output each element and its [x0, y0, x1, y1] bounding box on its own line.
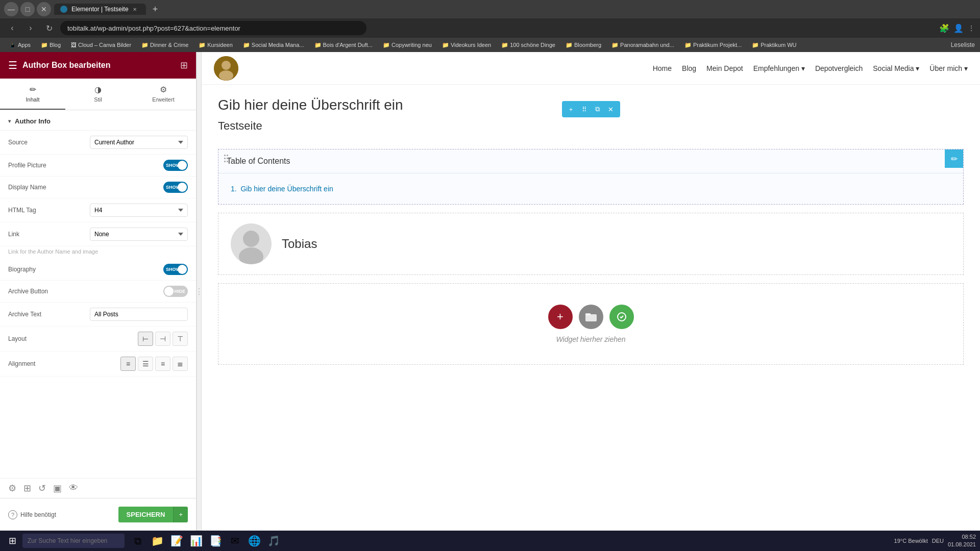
bookmark-socialmedia[interactable]: 📁 Social Media Mana... [239, 41, 308, 49]
bookmark-apps[interactable]: 📱 Apps [5, 41, 35, 49]
bookmark-videokurs[interactable]: 📁 Videokurs Ideen [438, 41, 495, 49]
add-widget-button[interactable]: + [548, 305, 573, 329]
svg-rect-5 [224, 158, 226, 159]
source-select[interactable]: Current Author [90, 136, 188, 149]
address-input[interactable] [60, 21, 366, 35]
layout-btn-left[interactable]: ⊢ [138, 332, 153, 346]
archive-text-input[interactable] [90, 308, 188, 321]
bookmark-100dinge[interactable]: 📁 100 schöne Dinge [497, 41, 559, 49]
minimize-button[interactable]: — [4, 2, 18, 16]
toc-delete-btn[interactable]: ✕ [605, 103, 617, 115]
link-label: Link [8, 231, 90, 238]
taskbar-spotify[interactable]: 🎵 [264, 532, 283, 550]
bookmark-blog[interactable]: 📁 Blog [37, 41, 65, 49]
save-extra-button[interactable]: + [173, 507, 188, 522]
save-button[interactable]: SPEICHERN [118, 507, 174, 522]
archive-text-row: Archive Text [0, 303, 196, 327]
back-button[interactable]: ‹ [5, 21, 19, 35]
grid-icon[interactable]: ⊞ [180, 60, 188, 71]
bookmark-dinner[interactable]: 📁 Dinner & Crime [137, 41, 192, 49]
nav-empfehlungen[interactable]: Empfehlungen ▾ [753, 64, 805, 72]
browser-tab[interactable]: Elementor | Testseite ✕ [54, 4, 146, 15]
new-tab-button[interactable]: + [149, 3, 161, 15]
layers-icon[interactable]: ⊞ [23, 483, 31, 494]
help-link[interactable]: ? Hilfe benötigt [8, 510, 56, 519]
history-icon[interactable]: ↺ [38, 483, 46, 494]
bookmark-praktikum[interactable]: 📁 Praktikum Projekt... [680, 41, 746, 49]
taskbar-chrome[interactable]: 🌐 [245, 532, 263, 550]
toc-duplicate-btn[interactable]: ⧉ [592, 103, 604, 115]
settings-icon[interactable]: ⚙ [8, 483, 16, 494]
main-area: ☰ Author Box bearbeiten ⊞ ✏ Inhalt ◑ Sti… [0, 52, 980, 531]
extensions-icon[interactable]: 🧩 [939, 23, 949, 33]
taskbar-word[interactable]: 📝 [167, 532, 186, 550]
align-left-btn[interactable]: ≡ [120, 357, 136, 371]
layout-label: Layout [8, 335, 90, 342]
taskbar-pp[interactable]: 📑 [206, 532, 225, 550]
align-justify-btn[interactable]: ≣ [173, 357, 188, 371]
profile-picture-toggle[interactable]: SHOW [163, 160, 188, 171]
layout-btn-center[interactable]: ⊣ [155, 332, 170, 346]
bookmark-wu[interactable]: 📁 Praktikum WU [748, 41, 800, 49]
toc-handle[interactable] [218, 149, 234, 204]
nav-home[interactable]: Home [653, 64, 672, 72]
taskbar-taskview[interactable]: ⧉ [129, 532, 147, 550]
svg-rect-8 [227, 161, 228, 162]
tab-stil[interactable]: ◑ Stil [65, 79, 131, 110]
taskbar-search[interactable] [22, 534, 125, 548]
toc-item-1[interactable]: 1. Gib hier deine Überschrift ein [231, 185, 951, 193]
align-center-btn[interactable]: ☰ [138, 357, 153, 371]
responsive-icon[interactable]: ▣ [53, 483, 62, 494]
toc-edit-button[interactable]: ✏ [945, 149, 963, 168]
maximize-button[interactable]: □ [20, 2, 35, 16]
bookmark-copywriting[interactable]: 📁 Copywriting neu [379, 41, 436, 49]
bookmark-bloomberg[interactable]: 📁 Bloomberg [561, 41, 605, 49]
tab-erweitert[interactable]: ⚙ Erweitert [131, 79, 196, 110]
nav-depot[interactable]: Mein Depot [706, 64, 743, 72]
bookmark-canva[interactable]: 🖼 Cloud – Canva Bilder [67, 41, 135, 49]
taskbar-explorer[interactable]: 📁 [148, 532, 166, 550]
close-tab-icon[interactable]: ✕ [133, 7, 137, 12]
align-right-btn[interactable]: ≡ [155, 357, 170, 371]
resize-handle[interactable]: ⋮ [197, 52, 202, 531]
chrome-icon: 🌐 [248, 535, 261, 547]
panel-content: ▾ Author Info Source Current Author Prof… [0, 110, 196, 478]
preview-icon[interactable]: 👁 [69, 483, 78, 494]
word-icon: 📝 [170, 535, 183, 547]
forward-button[interactable]: › [23, 21, 38, 35]
nav-ueber[interactable]: Über mich ▾ [929, 64, 968, 72]
source-label: Source [8, 139, 90, 146]
profile-icon[interactable]: 👤 [953, 23, 964, 33]
add-template-folder-button[interactable] [579, 305, 603, 329]
taskbar-mail[interactable]: ✉ [226, 532, 244, 550]
drag-handle-icon [223, 154, 229, 164]
taskbar-excel[interactable]: 📊 [187, 532, 205, 550]
biography-toggle[interactable]: SHOW [163, 264, 188, 275]
close-button[interactable]: ✕ [37, 2, 51, 16]
html-tag-select[interactable]: H4 [90, 204, 188, 217]
nav-depotvergleich[interactable]: Depotvergleich [815, 64, 863, 72]
layout-btn-right[interactable]: ⊤ [173, 332, 188, 346]
alignment-label: Alignment [8, 360, 90, 367]
toc-add-btn[interactable]: + [565, 103, 577, 115]
preview-area: Home Blog Mein Depot Empfehlungen ▾ Depo… [202, 52, 980, 531]
bookmark-kursideen[interactable]: 📁 Kursideen [194, 41, 237, 49]
start-button[interactable]: ⊞ [4, 533, 20, 549]
display-name-toggle[interactable]: SHOW [163, 182, 188, 193]
toc-move-btn[interactable]: ⠿ [578, 103, 591, 115]
add-saved-button[interactable] [609, 305, 634, 329]
section-collapse-arrow[interactable]: ▾ [8, 118, 11, 124]
nav-blog[interactable]: Blog [682, 64, 696, 72]
author-box: Tobias [218, 213, 964, 275]
archive-button-toggle[interactable]: HIDE [163, 286, 188, 297]
bookmark-bois[interactable]: 📁 Bois d'Argent Duft... [310, 41, 377, 49]
menu-icon[interactable]: ⋮ [968, 24, 975, 32]
link-select[interactable]: None [90, 228, 188, 241]
bookmark-panorama[interactable]: 📁 Panoramabahn und... [607, 41, 678, 49]
hamburger-icon[interactable]: ☰ [8, 59, 17, 71]
reading-list-label[interactable]: Leseliste [951, 41, 975, 48]
nav-socialmedia[interactable]: Social Media ▾ [873, 64, 919, 72]
taskbar-time: 08:52 01.08.2021 [948, 533, 976, 549]
reload-button[interactable]: ↻ [42, 21, 56, 35]
tab-inhalt[interactable]: ✏ Inhalt [0, 79, 65, 110]
